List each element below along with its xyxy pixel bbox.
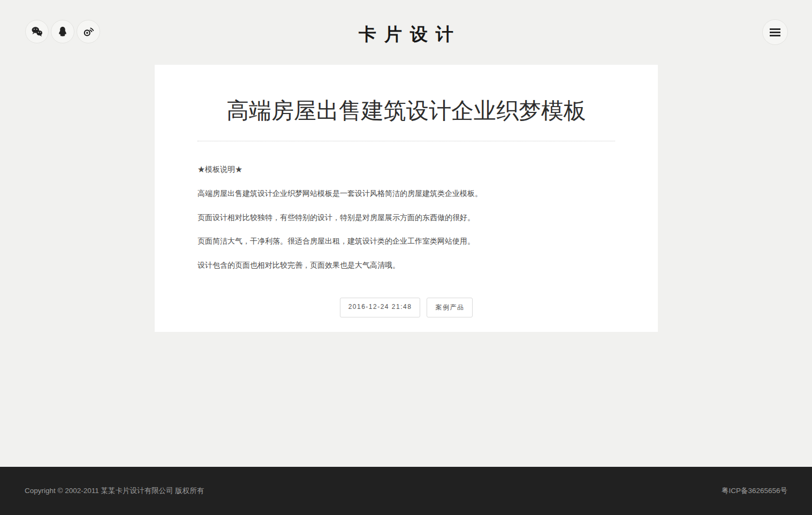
hamburger-menu-icon bbox=[770, 28, 780, 36]
article-paragraph: 页面简洁大气，干净利落。很适合房屋出租，建筑设计类的企业工作室类网站使用。 bbox=[198, 237, 615, 246]
article-paragraph: 页面设计相对比较独特，有些特别的设计，特别是对房屋展示方面的东西做的很好。 bbox=[198, 213, 615, 222]
footer: Copyright © 2002-2011 某某卡片设计有限公司 版权所有 粤I… bbox=[0, 467, 812, 515]
article-date-button[interactable]: 2016-12-24 21:48 bbox=[340, 298, 421, 317]
article-title: 高端房屋出售建筑设计企业织梦模板 bbox=[198, 84, 615, 141]
menu-button[interactable] bbox=[762, 19, 788, 45]
article-paragraph: 高端房屋出售建筑设计企业织梦网站模板是一套设计风格简洁的房屋建筑类企业模板。 bbox=[198, 189, 615, 198]
article-paragraph: 设计包含的页面也相对比较完善，页面效果也是大气高清哦。 bbox=[198, 261, 615, 270]
site-title: 卡片设计 bbox=[0, 22, 812, 47]
article-meta-row: 2016-12-24 21:48 案例产品 bbox=[198, 298, 615, 317]
footer-copyright: Copyright © 2002-2011 某某卡片设计有限公司 版权所有 bbox=[25, 486, 204, 496]
article-paragraph: ★模板说明★ bbox=[198, 165, 615, 174]
article-body: ★模板说明★ 高端房屋出售建筑设计企业织梦网站模板是一套设计风格简洁的房屋建筑类… bbox=[198, 141, 615, 270]
header: 卡片设计 bbox=[0, 0, 812, 65]
footer-icp: 粤ICP备36265656号 bbox=[722, 486, 787, 496]
article-category-button[interactable]: 案例产品 bbox=[427, 298, 473, 317]
article-card: 高端房屋出售建筑设计企业织梦模板 ★模板说明★ 高端房屋出售建筑设计企业织梦网站… bbox=[155, 65, 658, 332]
